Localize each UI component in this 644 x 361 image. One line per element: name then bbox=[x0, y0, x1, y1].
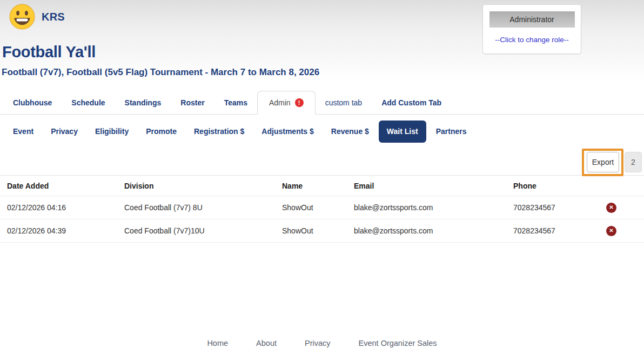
cell-phone: 7028234567 bbox=[513, 219, 606, 243]
table-row: 02/12/2026 04:39 Coed Football (7v7)10U … bbox=[0, 219, 644, 243]
footer-link-privacy[interactable]: Privacy bbox=[305, 339, 331, 347]
page-title: Football Ya'll bbox=[2, 43, 96, 61]
table-row: 02/12/2026 04:16 Coed Football (7v7) 8U … bbox=[0, 196, 644, 219]
export-button[interactable]: Export bbox=[587, 152, 619, 172]
x-circle-icon: ✕ bbox=[609, 205, 613, 210]
cell-division: Coed Football (7v7)10U bbox=[124, 219, 282, 243]
wait-list-table: Date Added Division Name Email Phone 02/… bbox=[0, 175, 644, 243]
subtab-registration[interactable]: Registration $ bbox=[194, 127, 244, 136]
subtab-eligibility[interactable]: Eligibility bbox=[95, 127, 129, 136]
table-header-row: Date Added Division Name Email Phone bbox=[0, 176, 644, 196]
cell-phone: 7028234567 bbox=[513, 196, 606, 219]
cell-division: Coed Football (7v7) 8U bbox=[124, 196, 282, 219]
header-actions bbox=[606, 176, 644, 196]
tab-roster[interactable]: Roster bbox=[180, 98, 204, 107]
footer-nav: Home About Privacy Event Organizer Sales bbox=[0, 339, 644, 347]
event-subtitle: Football (7v7), Football (5v5 Flag) Tour… bbox=[2, 67, 319, 78]
cell-email: blake@zortssports.com bbox=[354, 219, 513, 243]
footer-link-about[interactable]: About bbox=[256, 339, 277, 347]
delete-row-button[interactable]: ✕ bbox=[606, 203, 616, 213]
tab-admin-label: Admin bbox=[269, 98, 291, 107]
tab-add-custom-tab[interactable]: Add Custom Tab bbox=[381, 98, 441, 107]
tab-custom-tab[interactable]: custom tab bbox=[325, 98, 362, 107]
tab-schedule[interactable]: Schedule bbox=[71, 98, 105, 107]
tab-admin-active[interactable]: Admin ! bbox=[257, 91, 316, 115]
brand: KRS bbox=[9, 3, 65, 30]
admin-sub-tab-bar: Event Privacy Eligibility Promote Regist… bbox=[0, 120, 644, 143]
footer-link-home[interactable]: Home bbox=[207, 339, 228, 347]
header-name: Name bbox=[282, 176, 354, 196]
brand-name: KRS bbox=[42, 11, 65, 23]
cell-date-added: 02/12/2026 04:16 bbox=[0, 196, 124, 219]
header-phone: Phone bbox=[513, 176, 606, 196]
role-panel: Administrator --Click to change role-- bbox=[482, 4, 581, 54]
cell-email: blake@zortssports.com bbox=[354, 196, 513, 219]
change-role-link[interactable]: --Click to change role-- bbox=[495, 36, 569, 44]
header-date-added: Date Added bbox=[0, 176, 124, 196]
x-circle-icon: ✕ bbox=[609, 228, 613, 233]
subtab-promote[interactable]: Promote bbox=[146, 127, 177, 136]
role-button[interactable]: Administrator bbox=[489, 11, 575, 28]
cell-name: ShowOut bbox=[282, 196, 354, 219]
header-division: Division bbox=[124, 176, 282, 196]
main-tab-bar: Clubhouse Schedule Standings Roster Team… bbox=[0, 91, 644, 115]
subtab-event[interactable]: Event bbox=[13, 127, 33, 136]
tab-standings[interactable]: Standings bbox=[125, 98, 162, 107]
wait-list-table-container: Date Added Division Name Email Phone 02/… bbox=[0, 175, 644, 243]
subtab-revenue[interactable]: Revenue $ bbox=[331, 127, 369, 136]
header-email: Email bbox=[354, 176, 513, 196]
admin-alert-badge-icon: ! bbox=[295, 98, 304, 107]
cell-date-added: 02/12/2026 04:39 bbox=[0, 219, 124, 243]
cell-name: ShowOut bbox=[282, 219, 354, 243]
subtab-adjustments[interactable]: Adjustments $ bbox=[261, 127, 313, 136]
subtab-partners[interactable]: Partners bbox=[436, 127, 467, 136]
grinning-face-emoji-icon bbox=[9, 3, 36, 30]
footer-link-event-organizer-sales[interactable]: Event Organizer Sales bbox=[359, 339, 437, 347]
tab-clubhouse[interactable]: Clubhouse bbox=[13, 98, 52, 107]
delete-row-button[interactable]: ✕ bbox=[606, 226, 616, 236]
subtab-wait-list-active[interactable]: Wait List bbox=[379, 121, 426, 143]
wait-list-count-badge: 2 bbox=[625, 152, 642, 172]
subtab-privacy[interactable]: Privacy bbox=[51, 127, 78, 136]
tab-teams[interactable]: Teams bbox=[224, 98, 247, 107]
